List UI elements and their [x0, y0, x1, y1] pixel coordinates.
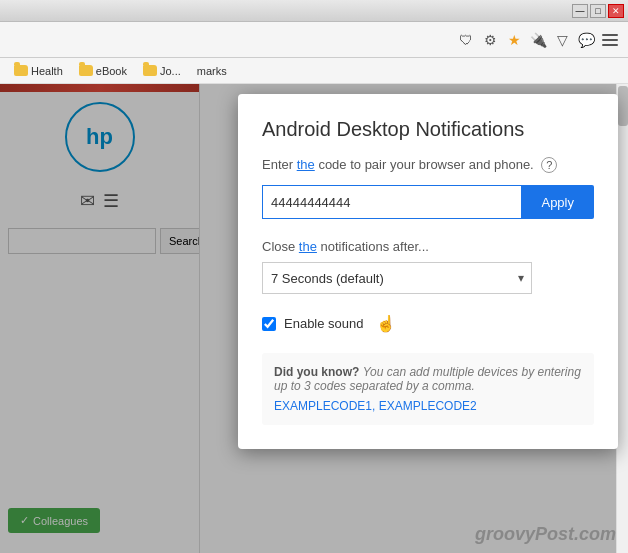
cursor-icon: ☝: [376, 314, 396, 333]
scrollbar-thumb[interactable]: [618, 86, 628, 126]
bookmark-health[interactable]: Health: [8, 63, 69, 79]
bookmark-label: Health: [31, 65, 63, 77]
did-you-know-title: Did you know?: [274, 365, 363, 379]
notification-modal: Android Desktop Notifications Enter the …: [238, 94, 618, 449]
toolbar: 🛡 ⚙ ★ 🔌 ▽ 💬: [0, 22, 628, 58]
subtitle-highlight: the: [297, 157, 315, 172]
bookmark-label: Jo...: [160, 65, 181, 77]
close-the-highlight: the: [299, 239, 317, 254]
folder-icon: [79, 65, 93, 76]
bookmark-jo[interactable]: Jo...: [137, 63, 187, 79]
close-window-button[interactable]: ✕: [608, 4, 624, 18]
bookmark-label: marks: [197, 65, 227, 77]
modal-title: Android Desktop Notifications: [262, 118, 594, 141]
minimize-button[interactable]: —: [572, 4, 588, 18]
bookmarks-bar: Health eBook Jo... marks: [0, 58, 628, 84]
title-bar: — □ ✕: [0, 0, 628, 22]
duration-select[interactable]: 5 Seconds 7 Seconds (default) 10 Seconds…: [262, 262, 532, 294]
enable-sound-checkbox[interactable]: [262, 317, 276, 331]
notification-icon[interactable]: 💬: [576, 30, 596, 50]
extension-icon[interactable]: 🔌: [528, 30, 548, 50]
star-icon[interactable]: ★: [504, 30, 524, 50]
toolbar-icons: 🛡 ⚙ ★ 🔌 ▽ 💬: [456, 30, 620, 50]
bookmark-ebook[interactable]: eBook: [73, 63, 133, 79]
modal-subtitle: Enter the code to pair your browser and …: [262, 157, 594, 173]
code-row: Apply: [262, 185, 594, 219]
modal-overlay: Android Desktop Notifications Enter the …: [0, 84, 628, 553]
maximize-button[interactable]: □: [590, 4, 606, 18]
folder-icon: [143, 65, 157, 76]
groovy-watermark: groovyPost.com: [475, 524, 616, 545]
gear-icon[interactable]: ⚙: [480, 30, 500, 50]
folder-icon: [14, 65, 28, 76]
help-icon[interactable]: ?: [541, 157, 557, 173]
apply-button[interactable]: Apply: [521, 185, 594, 219]
enable-sound-row: Enable sound ☝: [262, 314, 594, 333]
close-after-label: Close the notifications after...: [262, 239, 594, 254]
bookmark-label: eBook: [96, 65, 127, 77]
did-you-know-box: Did you know? You can add multiple devic…: [262, 353, 594, 425]
menu-button[interactable]: [600, 30, 620, 50]
page-area: hp ✉ ☰ Search ✓ Colleagues: [0, 84, 628, 553]
bookmark-marks[interactable]: marks: [191, 63, 233, 79]
duration-select-row: 5 Seconds 7 Seconds (default) 10 Seconds…: [262, 262, 594, 294]
duration-select-wrapper: 5 Seconds 7 Seconds (default) 10 Seconds…: [262, 262, 532, 294]
pocket-icon[interactable]: ▽: [552, 30, 572, 50]
shield-icon[interactable]: 🛡: [456, 30, 476, 50]
title-bar-buttons: — □ ✕: [572, 4, 624, 18]
enable-sound-label: Enable sound: [284, 316, 364, 331]
code-input[interactable]: [262, 185, 521, 219]
example-code-link[interactable]: EXAMPLECODE1, EXAMPLECODE2: [274, 399, 582, 413]
browser-window: — □ ✕ 🛡 ⚙ ★ 🔌 ▽ 💬 Health eBook: [0, 0, 628, 553]
